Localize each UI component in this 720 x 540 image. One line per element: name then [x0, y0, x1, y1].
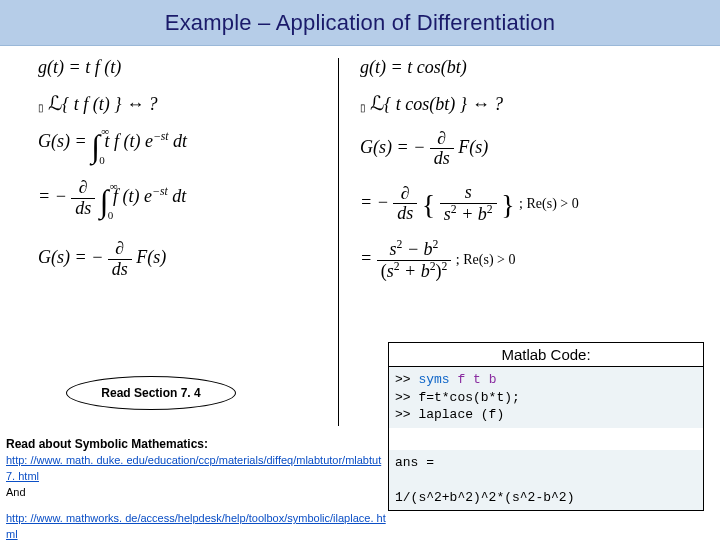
left-column: g(t) = t f (t) ▯ℒ{ t f (t) } ↔ ? G(s) = … [38, 58, 328, 294]
read-section-callout: Read Section 7. 4 [66, 376, 236, 410]
right-column: g(t) = t cos(bt) ▯ℒ{ t cos(bt) } ↔ ? G(s… [360, 58, 700, 295]
matlab-code-input: >> syms f t b >> f=t*cos(b*t); >> laplac… [389, 367, 703, 428]
link-mathworks[interactable]: http: //www. mathworks. de/access/helpde… [6, 512, 386, 540]
footer-heading: Read about Symbolic Mathematics: [6, 436, 386, 453]
eq-left-2: ▯ℒ{ t f (t) } ↔ ? [38, 92, 328, 115]
eq-left-3: G(s) = ∫∞0 t f (t) e−st dt [38, 129, 328, 164]
eq-left-5: G(s) = − ∂ds F(s) [38, 239, 328, 280]
eq-right-3: G(s) = − ∂ds F(s) [360, 129, 700, 170]
footer-links: Read about Symbolic Mathematics: http: /… [6, 436, 386, 540]
eq-right-5: = s2 − b2 (s2 + b2)2 ; Re(s) > 0 [360, 239, 700, 282]
eq-left-4: = − ∂ds ∫∞0 f (t) e−st dt [38, 178, 328, 220]
matlab-code-output: ans = 1/(s^2+b^2)^2*(s^2-b^2) [389, 450, 703, 511]
eq-right-1: g(t) = t cos(bt) [360, 58, 700, 78]
footer-and: And [6, 485, 386, 501]
page-title: Example – Application of Differentiation [165, 10, 555, 36]
matlab-header: Matlab Code: [389, 343, 703, 367]
link-duke[interactable]: http: //www. math. duke. edu/education/c… [6, 454, 381, 482]
column-divider [338, 58, 339, 426]
eq-left-1: g(t) = t f (t) [38, 58, 328, 78]
eq-right-4: = − ∂ds { s s2 + b2 } ; Re(s) > 0 [360, 183, 700, 225]
callout-label: Read Section 7. 4 [101, 386, 200, 400]
eq-right-2: ▯ℒ{ t cos(bt) } ↔ ? [360, 92, 700, 115]
content-area: g(t) = t f (t) ▯ℒ{ t f (t) } ↔ ? G(s) = … [0, 46, 720, 540]
matlab-code-box: Matlab Code: >> syms f t b >> f=t*cos(b*… [388, 342, 704, 511]
title-bar: Example – Application of Differentiation [0, 0, 720, 46]
